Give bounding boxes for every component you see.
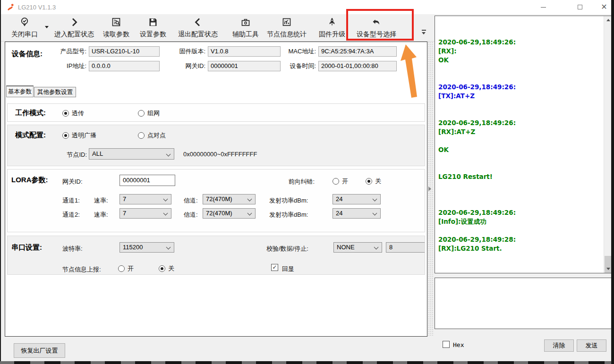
radio-icon	[333, 178, 339, 185]
read-params-icon	[111, 16, 122, 29]
channel-name: 通道1:	[62, 196, 80, 205]
rate-label: 速率:	[94, 211, 108, 219]
radio-icon	[138, 110, 145, 117]
radio-option[interactable]: 透明广播	[62, 131, 138, 140]
chevron-down-icon	[166, 245, 171, 250]
toolbar-overflow-button[interactable]	[421, 29, 427, 36]
tab[interactable]: 基本参数	[6, 85, 34, 97]
lora-channels: 通道1: 速率: 7 信道: 72(470M) 发射功率dBm: 24 通道2:…	[8, 193, 425, 221]
power-select[interactable]: 24	[333, 194, 381, 204]
device-field-label: IP地址:	[47, 62, 86, 70]
restore-factory-button[interactable]: 恢复出厂设置	[14, 343, 65, 358]
framing-label: 校验/数据/停止:	[266, 245, 308, 253]
device-field-label: 产品型号:	[47, 47, 86, 56]
toolbar-button[interactable]: 读取参数	[102, 16, 131, 41]
chevron-down-icon	[163, 211, 168, 216]
close-icon: ✕	[601, 3, 607, 11]
radio-option[interactable]: 关	[366, 177, 399, 186]
desktop-bottom-edge	[0, 361, 611, 364]
device-field-value: 0.0.0.0	[89, 61, 160, 71]
radio-option[interactable]: 透传	[62, 109, 138, 118]
hex-checkbox[interactable]	[443, 341, 450, 348]
device-field-value: 9C:A5:25:94:7A:3A	[318, 46, 397, 57]
toolbar-button[interactable]: 进入配置状态	[50, 16, 99, 41]
radio-option[interactable]: 点对点	[138, 131, 213, 140]
data-bits-select[interactable]: 8	[386, 242, 425, 253]
log-line: OK	[438, 56, 602, 65]
log-line	[438, 163, 602, 172]
baud-label: 波特率:	[62, 245, 83, 253]
gateway-id-input[interactable]: 00000001	[119, 175, 175, 186]
save-icon	[147, 16, 159, 29]
log-scrollbar[interactable]	[604, 16, 612, 273]
channel-select[interactable]: 72(470M)	[203, 208, 256, 219]
log-line	[438, 226, 602, 235]
channel-select[interactable]: 72(470M)	[203, 194, 256, 204]
chevron-right-icon	[68, 16, 80, 29]
power-label: 发射功率dBm:	[269, 196, 308, 205]
device-field-label: MAC地址:	[283, 47, 316, 56]
log-line: [RX]:LG210 Start.	[438, 244, 602, 253]
work-mode-options: 透传 组网	[62, 109, 213, 118]
toolbar-button[interactable]: 退出配置状态	[174, 16, 222, 41]
splitter-handle[interactable]	[427, 184, 432, 194]
rocket-icon	[326, 16, 338, 29]
log-line: [Info]:设置成功	[438, 217, 602, 226]
window-title: LG210 V1.1.3	[18, 4, 56, 11]
chevron-down-icon	[374, 245, 379, 250]
rate-select[interactable]: 7	[119, 194, 171, 204]
log-line: 2020-06-29,18:49:26:	[438, 83, 602, 92]
toolbar-button[interactable]: 节点信息统计	[264, 16, 309, 41]
toolbar-button[interactable]: 设备型号选择	[354, 16, 399, 41]
close-button[interactable]: ✕	[597, 0, 612, 14]
log-panel[interactable]: 2020-06-29,18:49:26: [RX]: OK 2020-06-29…	[435, 16, 612, 273]
power-select[interactable]: 24	[333, 208, 381, 219]
section-mode-config: 模式配置: 透明广播 点对点 节点ID:	[7, 125, 425, 166]
fec-label: 前向纠错:	[270, 178, 315, 186]
radio-icon	[366, 178, 372, 185]
baud-select[interactable]: 115200	[119, 242, 174, 253]
log-line: LG210 Restart!	[438, 172, 602, 181]
rate-select[interactable]: 7	[119, 208, 171, 219]
serial-dropdown-caret-icon[interactable]	[45, 26, 49, 28]
toolbar-button[interactable]: 关闭串口	[6, 16, 43, 41]
section-work-mode: 工作模式: 透传 组网	[7, 103, 425, 122]
radio-option[interactable]: 组网	[138, 109, 213, 118]
log-line	[438, 110, 602, 119]
channel-label: 信道:	[184, 196, 198, 205]
minimize-button[interactable]	[536, 0, 551, 14]
chevron-down-icon	[373, 211, 377, 216]
clear-button[interactable]: 清除	[544, 339, 574, 352]
work-mode-title: 工作模式:	[15, 109, 46, 118]
report-label: 节点信息上报:	[62, 265, 101, 274]
echo-checkbox[interactable]	[271, 264, 278, 271]
device-field-label: 固件版本:	[162, 47, 205, 56]
parity-select[interactable]: NONE	[333, 242, 382, 253]
maximize-button[interactable]	[572, 0, 588, 14]
undo-arrow-icon	[371, 16, 382, 29]
radio-icon	[62, 110, 69, 117]
log-line	[438, 101, 602, 110]
radio-icon	[138, 132, 145, 139]
send-button[interactable]: 发送	[577, 339, 606, 352]
toolbar-button[interactable]: 固件升级	[317, 16, 347, 41]
titlebar: LG210 V1.1.3 ✕	[1, 0, 611, 14]
device-field-label: 设备时间:	[283, 62, 316, 70]
radio-option[interactable]: 关	[159, 264, 199, 273]
radio-option[interactable]: 开	[333, 177, 366, 186]
node-id-select[interactable]: ALL	[89, 148, 174, 160]
desktop-edge	[611, 0, 614, 364]
log-line	[438, 154, 602, 163]
node-id-label: 节点ID:	[60, 151, 87, 159]
send-input[interactable]	[435, 278, 612, 329]
log-content: 2020-06-29,18:49:26: [RX]: OK 2020-06-29…	[438, 38, 602, 253]
toolbar-button[interactable]: 设置参数	[138, 16, 168, 41]
tab[interactable]: 其他参数设置	[34, 87, 76, 97]
maximize-icon	[578, 5, 582, 9]
app-window: LG210 V1.1.3 ✕ 关闭串口 进入配置状态 读取参	[0, 0, 611, 361]
arrow-down-icon	[606, 268, 610, 270]
log-line: 2020-06-29,18:49:26:	[438, 119, 602, 127]
radio-option[interactable]: 开	[118, 264, 159, 273]
toolbar-button[interactable]: 辅助工具	[231, 16, 260, 41]
chevron-down-icon	[373, 197, 377, 202]
